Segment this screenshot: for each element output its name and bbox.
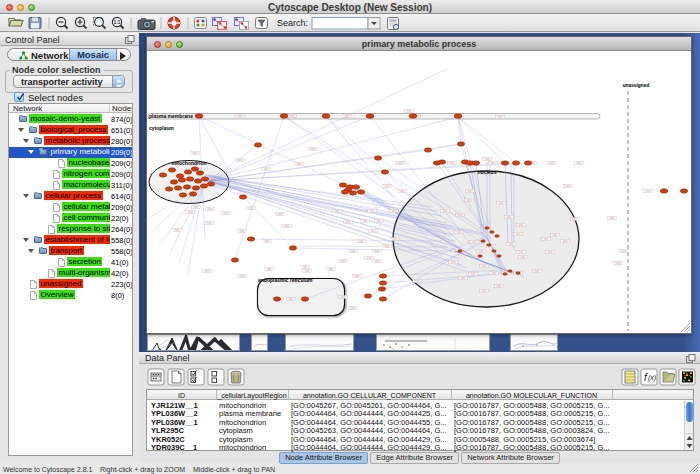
svg-text:endoplasmic reticulum: endoplasmic reticulum (258, 277, 313, 283)
svg-text:plasma membrane: plasma membrane (149, 113, 193, 119)
svg-text:Search:: Search: (277, 18, 308, 28)
svg-text:cytoplasm: cytoplasm (149, 125, 174, 131)
svg-text:unassigned: unassigned (623, 83, 650, 88)
svg-text:mitochondrion: mitochondrion (172, 160, 207, 166)
svg-text:nucleus: nucleus (478, 169, 497, 175)
svg-text:1:1: 1:1 (114, 20, 121, 25)
svg-text:(x): (x) (648, 374, 656, 382)
